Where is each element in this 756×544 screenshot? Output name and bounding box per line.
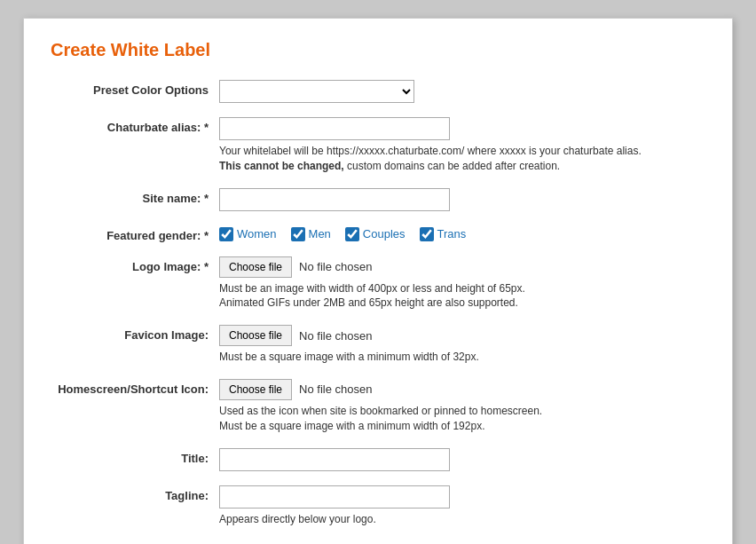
logo-hint2: Animated GIFs under 2MB and 65px height …: [219, 296, 518, 309]
gender-trans-item: Trans: [420, 227, 467, 241]
gender-women-checkbox[interactable]: [219, 227, 233, 241]
tagline-input[interactable]: [219, 485, 450, 509]
logo-image-row: Logo Image: * Choose file No file chosen…: [51, 256, 705, 311]
page-title: Create White Label: [51, 40, 705, 60]
logo-image-label: Logo Image: *: [51, 256, 219, 273]
favicon-file-row: Choose file No file chosen: [219, 325, 705, 346]
tagline-content: Appears directly below your logo.: [219, 485, 705, 527]
gender-men-label[interactable]: Men: [309, 227, 331, 240]
create-white-label-card: Create White Label Preset Color Options …: [23, 18, 733, 544]
homescreen-hint2: Must be a square image with a minimum wi…: [219, 420, 484, 432]
featured-gender-label: Featured gender: *: [51, 225, 219, 242]
logo-image-content: Choose file No file chosen Must be an im…: [219, 256, 705, 311]
preset-select[interactable]: [219, 80, 414, 103]
gender-women-item: Women: [219, 227, 277, 241]
gender-couples-label[interactable]: Couples: [363, 227, 406, 240]
gender-couples-item: Couples: [345, 227, 406, 241]
tagline-hint-text: Appears directly below your logo.: [219, 513, 376, 525]
tagline-row: Tagline: Appears directly below your log…: [51, 485, 705, 527]
title-row: Title:: [51, 448, 705, 471]
chaturbate-alias-content: Your whitelabel will be https://xxxxx.ch…: [219, 117, 705, 174]
chaturbate-alias-input[interactable]: [219, 117, 450, 140]
site-name-label: Site name: *: [51, 188, 219, 205]
favicon-hint1: Must be a square image with a minimum wi…: [219, 351, 479, 363]
homescreen-content: Choose file No file chosen Used as the i…: [219, 379, 705, 434]
logo-no-file: No file chosen: [299, 260, 372, 273]
favicon-image-row: Favicon Image: Choose file No file chose…: [51, 325, 705, 365]
chaturbate-hint-normal: Your whitelabel will be https://xxxxx.ch…: [219, 145, 642, 157]
preset-content: [219, 80, 705, 103]
logo-hint: Must be an image with width of 400px or …: [219, 281, 705, 311]
homescreen-hint: Used as the icon when site is bookmarked…: [219, 404, 705, 434]
homescreen-row: Homescreen/Shortcut Icon: Choose file No…: [51, 379, 705, 434]
favicon-no-file: No file chosen: [299, 329, 372, 343]
chaturbate-alias-label: Chaturbate alias: *: [51, 117, 219, 134]
featured-gender-content: Women Men Couples Trans: [219, 225, 705, 241]
favicon-image-content: Choose file No file chosen Must be a squ…: [219, 325, 705, 365]
chaturbate-alias-row: Chaturbate alias: * Your whitelabel will…: [51, 117, 705, 174]
tagline-label: Tagline:: [51, 485, 219, 502]
chaturbate-hint-after: custom domains can be added after creati…: [344, 160, 560, 172]
chaturbate-hint: Your whitelabel will be https://xxxxx.ch…: [219, 144, 705, 174]
title-input[interactable]: [219, 448, 450, 471]
logo-hint1: Must be an image with width of 400px or …: [219, 282, 525, 295]
gender-trans-label[interactable]: Trans: [437, 227, 467, 240]
site-name-input[interactable]: [219, 188, 450, 211]
site-name-row: Site name: *: [51, 188, 705, 211]
favicon-image-label: Favicon Image:: [51, 325, 219, 342]
tagline-hint: Appears directly below your logo.: [219, 512, 705, 527]
gender-women-label[interactable]: Women: [237, 227, 277, 240]
homescreen-choose-file-button[interactable]: Choose file: [219, 379, 292, 400]
favicon-hint: Must be a square image with a minimum wi…: [219, 350, 705, 365]
chaturbate-hint-bold: This cannot be changed,: [219, 160, 344, 172]
gender-men-item: Men: [291, 227, 331, 241]
gender-options: Women Men Couples Trans: [219, 225, 705, 241]
favicon-choose-file-button[interactable]: Choose file: [219, 325, 292, 346]
logo-file-row: Choose file No file chosen: [219, 256, 705, 278]
homescreen-hint1: Used as the icon when site is bookmarked…: [219, 405, 542, 417]
site-name-content: [219, 188, 705, 211]
homescreen-no-file: No file chosen: [299, 382, 372, 396]
gender-couples-checkbox[interactable]: [345, 227, 359, 241]
logo-choose-file-button[interactable]: Choose file: [219, 256, 292, 278]
preset-row: Preset Color Options: [51, 80, 705, 103]
title-label: Title:: [51, 448, 219, 465]
featured-gender-row: Featured gender: * Women Men Couples Tra…: [51, 225, 705, 242]
gender-men-checkbox[interactable]: [291, 227, 305, 241]
title-content: [219, 448, 705, 471]
preset-label: Preset Color Options: [51, 80, 219, 97]
homescreen-file-row: Choose file No file chosen: [219, 379, 705, 400]
homescreen-label: Homescreen/Shortcut Icon:: [51, 379, 219, 396]
gender-trans-checkbox[interactable]: [420, 227, 434, 241]
